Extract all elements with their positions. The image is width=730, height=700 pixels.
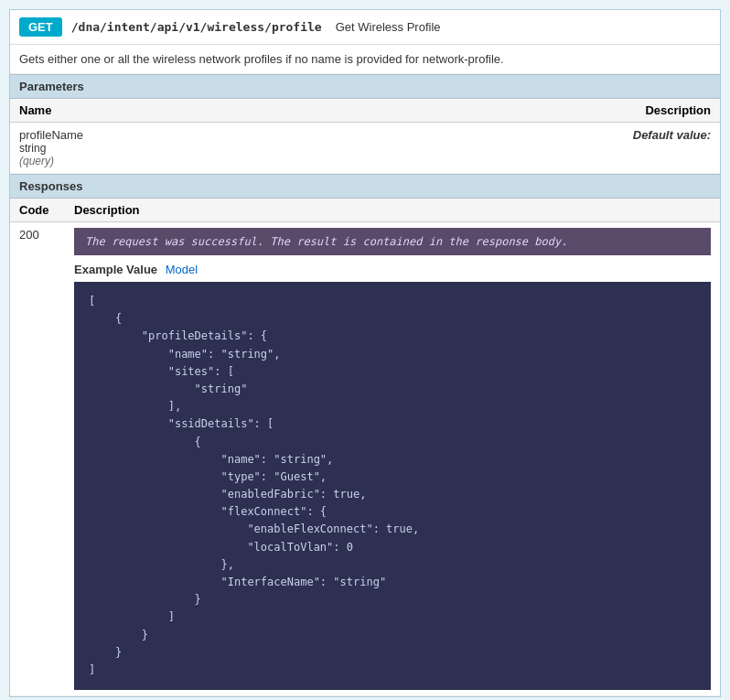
param-default-cell: Default value:	[338, 123, 720, 174]
parameters-table: Name Description profileName string (que…	[10, 99, 720, 174]
param-name-cell: profileName string (query)	[10, 123, 338, 174]
response-code-header: Code	[10, 199, 65, 222]
endpoint-title: Get Wireless Profile	[336, 20, 441, 34]
response-code-cell: 200	[10, 222, 65, 696]
params-name-header: Name	[10, 99, 338, 123]
http-method-badge: GET	[19, 17, 62, 37]
model-link[interactable]: Model	[166, 263, 198, 276]
json-example-block: [ { "profileDetails": { "name": "string"…	[74, 282, 711, 690]
parameters-section-header: Parameters	[10, 74, 720, 99]
endpoint-path: /dna/intent/api/v1/wireless/profile	[71, 20, 322, 34]
param-type: string	[19, 142, 328, 155]
response-message: The request was successful. The result i…	[74, 228, 711, 255]
param-name: profileName	[19, 128, 328, 142]
param-row: profileName string (query) Default value…	[10, 123, 720, 174]
example-label: Example Value Model	[74, 263, 711, 276]
api-description: Gets either one or all the wireless netw…	[10, 45, 720, 74]
example-bold-label: Example Value	[74, 263, 157, 276]
response-row: 200 The request was successful. The resu…	[10, 222, 720, 696]
params-description-header: Description	[338, 99, 720, 123]
param-location: (query)	[19, 155, 328, 167]
responses-section-header: Responses	[10, 174, 720, 199]
response-description-cell: The request was successful. The result i…	[65, 222, 720, 696]
responses-table: Code Description 200 The request was suc…	[10, 199, 720, 696]
api-header-row: GET /dna/intent/api/v1/wireless/profile …	[10, 10, 720, 45]
response-description-header: Description	[65, 199, 720, 222]
api-doc-container: GET /dna/intent/api/v1/wireless/profile …	[9, 9, 721, 697]
